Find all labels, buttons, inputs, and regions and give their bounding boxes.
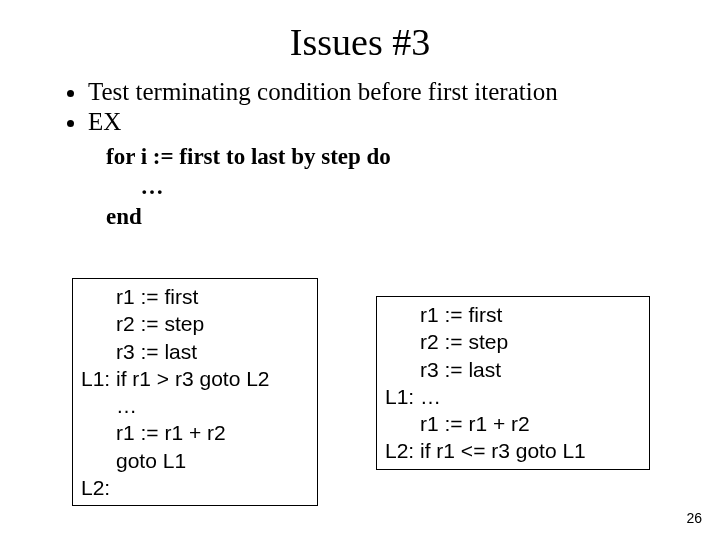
pseudocode-block: for i := first to last by step do … end bbox=[106, 142, 720, 232]
bullet-list: Test terminating condition before first … bbox=[48, 78, 720, 136]
pseudocode-line: … bbox=[106, 172, 720, 202]
pseudocode-line: end bbox=[106, 202, 720, 232]
bullet-item: Test terminating condition before first … bbox=[88, 78, 720, 106]
code-box-left: r1 := first r2 := step r3 := last L1: if… bbox=[72, 278, 318, 506]
pseudocode-line: for i := first to last by step do bbox=[106, 142, 720, 172]
code-box-right: r1 := first r2 := step r3 := last L1: … … bbox=[376, 296, 650, 470]
page-number: 26 bbox=[686, 510, 702, 526]
slide-title: Issues #3 bbox=[0, 20, 720, 64]
bullet-item: EX bbox=[88, 108, 720, 136]
